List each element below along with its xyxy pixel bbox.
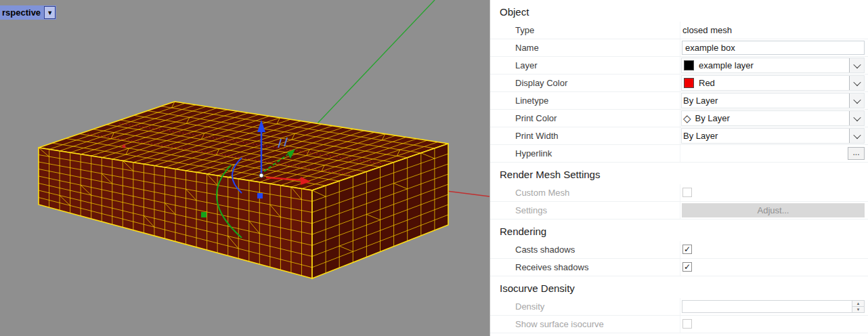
viewport[interactable]: rspective ▼ xyxy=(0,0,490,336)
density-label: Density xyxy=(515,298,544,315)
layer-label: Layer xyxy=(515,57,538,74)
print-color-label: Print Color xyxy=(515,110,557,127)
type-value: closed mesh xyxy=(682,22,732,39)
print-width-value: By Layer xyxy=(682,131,849,141)
chevron-down-icon xyxy=(853,78,861,85)
density-spinner-buttons: ▴ ▾ xyxy=(852,301,864,312)
linetype-combo[interactable]: By Layer xyxy=(681,93,865,108)
casts-shadows-checkbox[interactable]: ✓ xyxy=(682,245,692,254)
receives-shadows-label: Receives shadows xyxy=(515,259,588,276)
print-width-label: Print Width xyxy=(515,127,559,144)
hyperlink-browse-button[interactable]: ... xyxy=(848,147,865,160)
name-row: Name xyxy=(490,39,868,57)
viewport-title[interactable]: rspective xyxy=(0,7,44,18)
hyperlink-row: Hyperlink ... xyxy=(490,145,868,163)
display-color-dropdown-button[interactable] xyxy=(849,76,864,90)
show-surface-isocurve-checkbox xyxy=(682,319,692,329)
print-color-value: By Layer xyxy=(694,113,849,123)
chevron-down-icon xyxy=(853,96,861,103)
display-color-swatch xyxy=(684,78,694,88)
chevron-down-icon xyxy=(853,113,861,121)
gumball-z-scale-handle[interactable] xyxy=(257,193,263,198)
linetype-dropdown-button[interactable] xyxy=(849,93,864,108)
receives-shadows-row: Receives shadows ✓ xyxy=(490,259,868,276)
gumball-y-scale-handle[interactable] xyxy=(201,212,207,217)
print-color-dropdown-button[interactable] xyxy=(849,111,864,125)
print-width-combo[interactable]: By Layer xyxy=(681,128,865,144)
type-row: Type closed mesh xyxy=(490,22,868,39)
section-header-render-mesh: Render Mesh Settings xyxy=(490,167,868,183)
linetype-label: Linetype xyxy=(515,92,548,109)
adjust-button: Adjust... xyxy=(682,203,865,217)
name-label: Name xyxy=(515,39,539,56)
linetype-value: By Layer xyxy=(682,96,849,106)
type-label: Type xyxy=(515,22,534,39)
print-width-row: Print Width By Layer xyxy=(490,127,868,145)
display-color-combo[interactable]: Red xyxy=(681,75,865,91)
linetype-row: Linetype By Layer xyxy=(490,92,868,110)
y-axis-line xyxy=(318,0,435,123)
properties-panel: Object Type closed mesh Name Layer examp… xyxy=(490,0,868,336)
selected-mesh-box[interactable] xyxy=(39,102,448,278)
name-input[interactable] xyxy=(682,41,865,55)
section-header-isocurve: Isocurve Density xyxy=(490,280,868,297)
layer-color-swatch xyxy=(684,60,694,70)
print-width-dropdown-button[interactable] xyxy=(849,129,864,143)
display-color-row: Display Color Red xyxy=(490,75,868,92)
viewport-canvas[interactable] xyxy=(0,0,490,336)
hyperlink-label: Hyperlink xyxy=(515,145,552,162)
spinner-down-icon: ▾ xyxy=(852,307,864,312)
rhino-window: rspective ▼ Object Type closed mesh Name… xyxy=(0,0,868,336)
custom-mesh-row: Custom Mesh xyxy=(490,184,868,202)
layer-value: example layer xyxy=(697,60,849,70)
casts-shadows-label: Casts shadows xyxy=(515,241,575,258)
display-color-label: Display Color xyxy=(515,75,567,91)
density-input: ▴ ▾ xyxy=(682,300,865,313)
viewport-menu-caret-icon[interactable]: ▼ xyxy=(44,6,56,19)
perspective-tab[interactable]: rspective ▼ xyxy=(0,5,56,20)
settings-label: Settings xyxy=(515,202,547,219)
receives-shadows-checkbox[interactable]: ✓ xyxy=(682,262,692,272)
layer-row: Layer example layer xyxy=(490,57,868,75)
chevron-down-icon xyxy=(853,60,861,68)
casts-shadows-row: Casts shadows ✓ xyxy=(490,241,868,259)
show-surface-isocurve-row: Show surface isocurve xyxy=(490,316,868,333)
chevron-down-icon xyxy=(853,131,861,138)
print-color-combo[interactable]: ◇ By Layer xyxy=(681,110,865,126)
section-header-object: Object xyxy=(490,4,868,20)
settings-row: Settings Adjust... xyxy=(490,202,868,219)
spinner-up-icon: ▴ xyxy=(852,301,864,307)
gumball-origin-handle[interactable] xyxy=(259,173,263,177)
custom-mesh-checkbox[interactable] xyxy=(682,188,692,197)
layer-dropdown-button[interactable] xyxy=(849,58,864,72)
density-row: Density ▴ ▾ xyxy=(490,298,868,316)
show-surface-isocurve-label: Show surface isocurve xyxy=(515,316,604,333)
section-header-rendering: Rendering xyxy=(490,224,868,240)
layer-combo[interactable]: example layer xyxy=(681,58,865,73)
display-color-value: Red xyxy=(697,78,849,88)
custom-mesh-label: Custom Mesh xyxy=(515,184,569,201)
bylayer-diamond-icon: ◇ xyxy=(683,113,691,123)
print-color-row: Print Color ◇ By Layer xyxy=(490,110,868,127)
